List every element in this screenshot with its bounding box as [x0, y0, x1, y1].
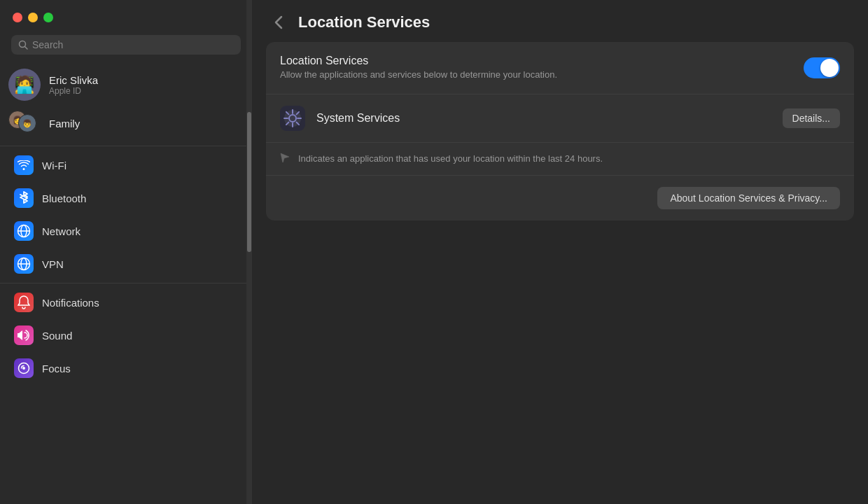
main-content: Location Services Location Services Allo… [252, 0, 868, 504]
location-hint-row: Indicates an application that has used y… [266, 143, 854, 176]
divider-2 [0, 283, 252, 284]
bluetooth-icon [14, 188, 34, 208]
location-services-content: Location Services Allow the applications… [280, 55, 792, 81]
sidebar: 🧑‍💻 Eric Slivka Apple ID 👩 👦 Family [0, 0, 252, 504]
family-label: Family [49, 118, 80, 130]
sidebar-scroll: 🧑‍💻 Eric Slivka Apple ID 👩 👦 Family [0, 63, 252, 504]
system-services-label: System Services [316, 112, 771, 125]
sidebar-item-focus[interactable]: Focus [4, 352, 248, 384]
minimize-button[interactable] [28, 13, 38, 22]
wifi-label: Wi-Fi [42, 160, 66, 172]
main-panel: Location Services Allow the applications… [266, 42, 854, 220]
location-arrow-icon [280, 153, 290, 165]
location-services-row: Location Services Allow the applications… [266, 42, 854, 94]
avatar: 🧑‍💻 [8, 69, 41, 101]
close-button[interactable] [13, 13, 22, 22]
wifi-icon [14, 155, 34, 175]
avatar-image: 🧑‍💻 [8, 69, 41, 101]
system-services-icon [280, 106, 305, 131]
family-item[interactable]: 👩 👦 Family [0, 106, 252, 140]
traffic-lights [0, 0, 252, 29]
search-container [0, 29, 252, 63]
search-input-wrapper[interactable] [11, 35, 241, 55]
location-services-toggle[interactable] [804, 57, 840, 78]
system-services-row: System Services Details... [266, 94, 854, 143]
maximize-button[interactable] [43, 13, 53, 22]
location-services-subtitle: Allow the applications and services belo… [280, 69, 792, 81]
bluetooth-label: Bluetooth [42, 192, 86, 204]
about-location-button[interactable]: About Location Services & Privacy... [657, 187, 840, 209]
svg-point-8 [22, 367, 25, 370]
search-icon [18, 40, 28, 50]
search-input[interactable] [32, 39, 234, 50]
family-avatars: 👩 👦 [8, 111, 41, 136]
scrollbar-thumb[interactable] [247, 112, 251, 252]
about-row: About Location Services & Privacy... [266, 176, 854, 220]
hint-text: Indicates an application that has used y… [298, 153, 603, 165]
sound-label: Sound [42, 330, 72, 342]
network-label: Network [42, 225, 80, 237]
sidebar-item-vpn[interactable]: VPN [4, 248, 248, 280]
user-profile-item[interactable]: 🧑‍💻 Eric Slivka Apple ID [0, 63, 252, 106]
location-services-title: Location Services [280, 55, 792, 67]
vpn-label: VPN [42, 258, 64, 270]
sidebar-item-sound[interactable]: Sound [4, 319, 248, 351]
notifications-label: Notifications [42, 297, 99, 309]
user-info: Eric Slivka Apple ID [49, 74, 98, 96]
sidebar-item-network[interactable]: Network [4, 215, 248, 247]
user-subtitle: Apple ID [49, 86, 98, 96]
focus-icon [14, 358, 34, 378]
family-avatar-2: 👦 [18, 114, 36, 132]
sidebar-item-bluetooth[interactable]: Bluetooth [4, 182, 248, 214]
back-button[interactable] [269, 13, 288, 32]
vpn-icon [14, 254, 34, 274]
network-icon [14, 221, 34, 241]
svg-line-1 [25, 47, 28, 50]
main-header: Location Services [252, 0, 868, 42]
sidebar-item-wifi[interactable]: Wi-Fi [4, 149, 248, 181]
divider-1 [0, 146, 252, 146]
focus-label: Focus [42, 363, 71, 374]
notifications-icon [14, 293, 34, 312]
user-name: Eric Slivka [49, 74, 98, 86]
details-button[interactable]: Details... [783, 108, 840, 128]
page-title: Location Services [298, 13, 430, 31]
sound-icon [14, 326, 34, 345]
scrollbar-track [246, 0, 252, 504]
toggle-knob [820, 59, 839, 77]
sidebar-item-notifications[interactable]: Notifications [4, 286, 248, 318]
